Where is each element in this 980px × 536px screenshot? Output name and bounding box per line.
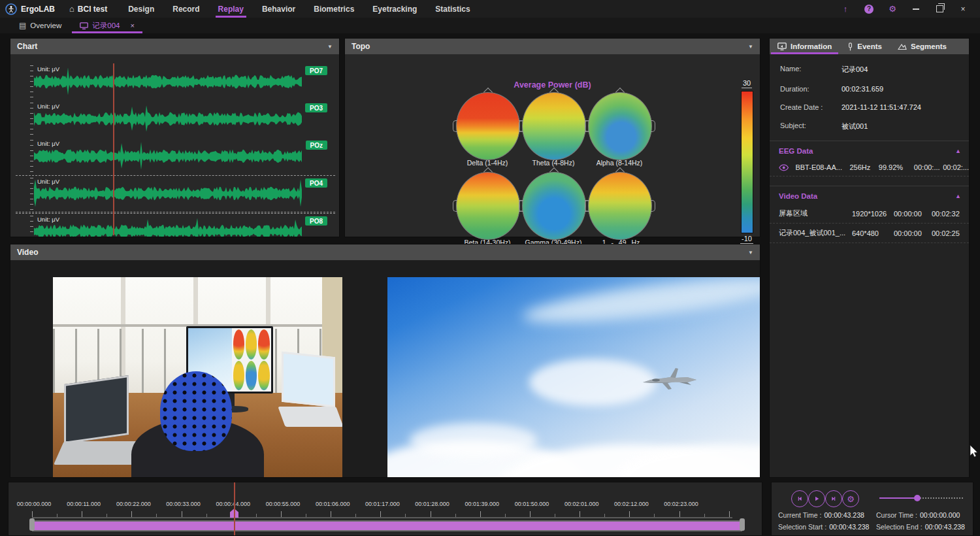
monitor-icon	[80, 22, 88, 29]
menu-design[interactable]: Design	[119, 0, 163, 18]
topo-map-area: Average Power (dB) Delta (1-4Hz) Theta (…	[345, 54, 760, 237]
menu-behavior[interactable]: Behavior	[253, 0, 304, 18]
selection-start-handle[interactable]	[29, 518, 35, 531]
eeg-channel-row: Unit: μV POz	[16, 138, 335, 175]
step-back-button[interactable]	[791, 490, 808, 507]
info-field: Subject: 被试001	[770, 116, 969, 137]
project-home[interactable]: ⌂ BCI test	[64, 4, 119, 14]
head-ear	[585, 120, 589, 132]
time-tick-label: 00:00:33.000	[166, 501, 201, 507]
tab-overview[interactable]: ▤ Overview	[10, 18, 71, 33]
close-tab-icon[interactable]: ×	[130, 22, 134, 29]
chart-panel-title: Chart	[17, 42, 37, 51]
close-button[interactable]: ×	[951, 0, 975, 18]
information-icon	[777, 42, 787, 50]
topo-panel: Topo ▼ Average Power (dB) Delta (1-4Hz) …	[344, 38, 760, 237]
topo-panel-title: Topo	[351, 42, 370, 51]
playback-settings-button[interactable]: ⚙	[842, 490, 859, 507]
time-tick-label: 00:02:01.000	[564, 501, 599, 507]
visibility-eye-icon[interactable]	[779, 164, 789, 171]
video-data-row[interactable]: 屏幕区域 1920*1026 00:00:00 00:02:32	[770, 204, 969, 224]
selection-range-bar[interactable]	[32, 520, 742, 531]
slider-knob[interactable]	[914, 495, 921, 501]
channel-badge: POz	[306, 141, 327, 150]
video-collapse-icon[interactable]: ▼	[748, 250, 753, 256]
chart-panel-header[interactable]: Chart ▼	[10, 39, 339, 54]
settings-gear-icon[interactable]: ⚙	[881, 0, 904, 18]
eeg-channel-row: Unit: μV PO3	[16, 101, 335, 138]
app-logo: ErgoLAB	[0, 3, 64, 15]
step-forward-button[interactable]	[825, 490, 842, 507]
amplitude-ruler	[30, 103, 33, 136]
colorbar-max: 30	[736, 79, 758, 87]
eeg-collapse-icon[interactable]: ▲	[955, 148, 961, 154]
menu-replay[interactable]: Replay	[209, 0, 253, 18]
menu-eyetracking[interactable]: Eyetracking	[363, 0, 426, 18]
topomap-theta	[522, 92, 586, 160]
webcam-video	[53, 277, 342, 477]
tab-information[interactable]: Information	[770, 39, 840, 54]
eeg-cap	[160, 371, 232, 451]
head-ear	[453, 200, 457, 212]
video-panel-title: Video	[17, 248, 38, 257]
eeg-waveform	[34, 104, 302, 135]
eeg-chart-area[interactable]: Unit: μV PO7 Unit: μV PO3 Unit: μV POz U…	[10, 54, 339, 237]
mouse-cursor	[970, 444, 979, 458]
video-data-section-header[interactable]: Video Data ▲	[770, 186, 969, 204]
chart-playhead-line[interactable]	[113, 63, 114, 235]
eeg-data-section-header[interactable]: EEG Data ▲	[770, 141, 969, 159]
eeg-waveform	[34, 179, 302, 209]
chart-collapse-icon[interactable]: ▼	[327, 44, 333, 50]
stimulus-video	[387, 277, 760, 477]
info-field: Create Date : 2021-11-12 11:51:47.724	[770, 98, 969, 116]
tab-recording-004[interactable]: 记录004 ×	[71, 18, 144, 33]
upload-icon[interactable]: ↑	[834, 0, 857, 18]
ergolab-logo-icon	[5, 3, 17, 15]
tab-segments[interactable]: Segments	[890, 39, 955, 54]
topomap-delta	[456, 92, 520, 160]
head-nose	[615, 167, 625, 176]
amplitude-ruler	[30, 65, 33, 99]
video-data-collapse-icon[interactable]: ▲	[955, 193, 961, 199]
topomap-label: Alpha (8-14Hz)	[574, 159, 665, 167]
time-tick-label: 00:01:28.000	[415, 501, 449, 507]
menu-statistics[interactable]: Statistics	[426, 0, 479, 18]
sidebar-body: Name: 记录004 Duration: 00:02:31.659 Creat…	[770, 54, 969, 477]
eeg-channel-row-selected: Unit: μV PO8	[16, 213, 335, 237]
time-tick-label: 00:00:44.000	[216, 501, 251, 507]
channel-badge: PO7	[305, 66, 327, 75]
timeline-panel[interactable]: 00:00:00.000 00:00:11.000 00:00:22.000 0…	[8, 482, 762, 536]
minimize-button[interactable]	[904, 0, 928, 18]
restore-button[interactable]	[928, 0, 951, 18]
menu-biometrics[interactable]: Biometrics	[304, 0, 363, 18]
time-tick-label: 00:02:23.000	[664, 501, 698, 507]
chart-panel: Chart ▼ Unit: μV PO7 Unit: μV PO3 Unit: …	[10, 38, 340, 237]
selection-end-handle[interactable]	[740, 518, 745, 531]
video-panel-header[interactable]: Video ▼	[10, 244, 760, 260]
home-icon: ⌂	[69, 4, 74, 14]
head-ear	[585, 200, 589, 212]
eeg-data-row[interactable]: BBT-E08-AA... 256Hz 99.92% 00:00:... 00:…	[770, 159, 969, 176]
time-readout-row: Current Time : 00:00:43.238 Cursor Time …	[778, 511, 970, 519]
help-icon[interactable]: ?	[857, 0, 881, 18]
top-menu-bar: ErgoLAB ⌂ BCI test Design Record Replay …	[0, 0, 980, 18]
topo-collapse-icon[interactable]: ▼	[748, 44, 753, 50]
time-tick-label: 00:00:22.000	[116, 501, 151, 507]
amplitude-ruler	[30, 140, 33, 173]
video-data-row[interactable]: 记录004_被试001_... 640*480 00:00:00 00:02:2…	[770, 224, 969, 243]
time-tick-label: 00:01:06.000	[316, 501, 350, 507]
channel-badge: PO3	[305, 103, 327, 112]
tab-events[interactable]: Events	[840, 39, 890, 54]
play-button[interactable]	[808, 490, 825, 507]
topo-panel-header[interactable]: Topo ▼	[345, 39, 760, 54]
menu-record[interactable]: Record	[163, 0, 208, 18]
selection-readout-row: Selection Start : 00:00:43.238 Selection…	[778, 523, 970, 531]
document-tab-strip: ▤ Overview 记录004 ×	[0, 18, 980, 33]
eeg-channel-row: Unit: μV PO7	[16, 63, 335, 101]
channel-badge: PO8	[305, 216, 327, 226]
speed-slider[interactable]	[879, 497, 963, 499]
time-tick-label: 00:02:12.000	[614, 501, 649, 507]
selection-start-time: Selection Start : 00:00:43.238	[778, 523, 876, 531]
playhead-line	[234, 482, 235, 535]
info-field: Name: 记录004	[770, 59, 969, 80]
